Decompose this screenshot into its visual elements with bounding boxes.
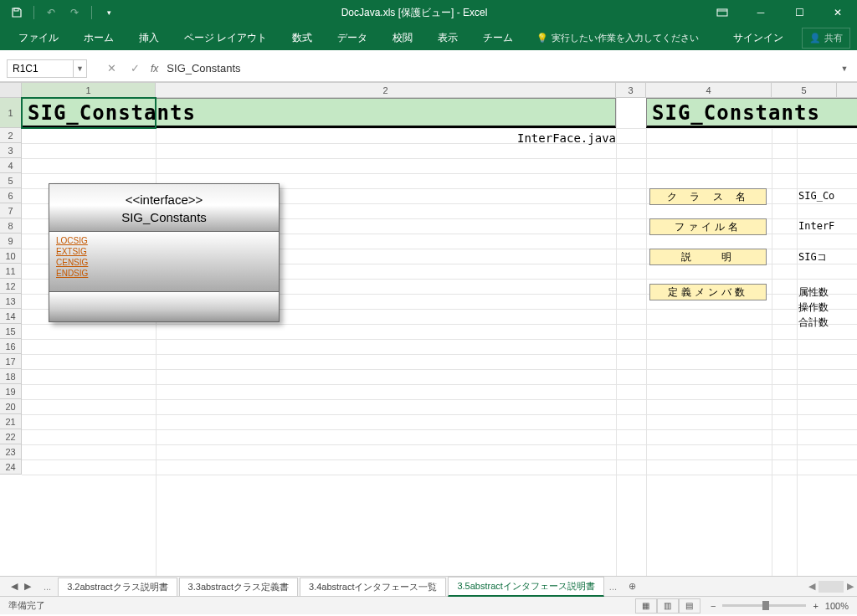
row-header[interactable]: 1 [0, 98, 21, 128]
tab-review[interactable]: 校閲 [381, 26, 424, 50]
col-header[interactable]: 4 [646, 83, 772, 97]
uml-member-link[interactable]: EXTSIG [56, 246, 272, 257]
row-header[interactable]: 12 [0, 279, 21, 294]
uml-member-link[interactable]: CENSIG [56, 257, 272, 268]
tab-home[interactable]: ホーム [72, 26, 126, 50]
col-header[interactable]: 2 [156, 83, 616, 97]
maximize-icon[interactable]: ☐ [780, 0, 819, 25]
uml-member-link[interactable]: ENDSIG [56, 268, 272, 279]
horizontal-scrollbar[interactable]: ◀ ▶ [808, 581, 854, 593]
fx-icon[interactable]: fx [151, 63, 158, 74]
tell-me-search[interactable]: 💡 実行したい作業を入力してください [536, 32, 699, 44]
row-header[interactable]: 15 [0, 324, 21, 339]
share-button[interactable]: 👤 共有 [802, 28, 850, 49]
zoom-level[interactable]: 100% [825, 601, 849, 611]
qat-customize-icon[interactable]: ▾ [99, 3, 119, 23]
row-header[interactable]: 8 [0, 218, 21, 234]
value-filename[interactable]: InterF [798, 220, 834, 232]
row-header[interactable]: 6 [0, 188, 21, 203]
col-header[interactable]: 1 [22, 83, 156, 97]
sheet-tab[interactable]: 3.3abstractクラス定義書 [179, 578, 298, 596]
merged-title-cell[interactable]: SIG_Constants [22, 98, 616, 128]
close-icon[interactable]: ✕ [819, 0, 857, 25]
col-header[interactable]: 3 [616, 83, 646, 97]
tab-view[interactable]: 表示 [426, 26, 470, 50]
formula-input[interactable]: SIG_Constants [158, 62, 837, 74]
zoom-in-icon[interactable]: + [813, 601, 818, 611]
row-header[interactable]: 24 [0, 459, 21, 475]
row-header[interactable]: 23 [0, 444, 21, 459]
accept-formula-icon[interactable]: ✓ [127, 62, 142, 74]
undo-icon[interactable]: ↶ [41, 3, 61, 23]
tab-insert[interactable]: 挿入 [127, 26, 171, 50]
zoom-out-icon[interactable]: − [711, 601, 716, 611]
merged-title-cell-2[interactable]: SIG_Constants [646, 98, 857, 128]
zoom-control: − + 100% [711, 601, 849, 611]
row-header[interactable]: 3 [0, 143, 21, 158]
label-filename[interactable]: ファイル名 [649, 218, 767, 235]
row-header[interactable]: 11 [0, 264, 21, 279]
row-header[interactable]: 17 [0, 354, 21, 369]
row-header[interactable]: 10 [0, 249, 21, 264]
minimize-icon[interactable]: ─ [742, 0, 780, 25]
redo-icon[interactable]: ↷ [64, 3, 85, 23]
ribbon-options-icon[interactable] [703, 0, 742, 25]
row-header[interactable]: 5 [0, 173, 21, 188]
row-header[interactable]: 2 [0, 128, 21, 143]
tab-nav-prev-icon[interactable]: ◀ [8, 581, 20, 592]
person-icon: 👤 [809, 33, 821, 44]
tab-formulas[interactable]: 数式 [280, 26, 324, 50]
tab-nav-next-icon[interactable]: ▶ [22, 581, 33, 592]
value-attr[interactable]: 属性数 [798, 285, 829, 300]
pagebreak-view-icon[interactable]: ▤ [679, 598, 700, 613]
normal-view-icon[interactable]: ▦ [635, 598, 657, 613]
tab-nav-arrows: ◀ ▶ [3, 581, 38, 592]
tabs-ellipsis[interactable]: ... [604, 582, 622, 592]
tab-data[interactable]: データ [326, 26, 379, 50]
page-layout-view-icon[interactable]: ▥ [657, 598, 679, 613]
tabs-ellipsis[interactable]: ... [38, 582, 56, 592]
chevron-down-icon[interactable]: ▼ [73, 60, 86, 77]
row-header[interactable]: 19 [0, 384, 21, 399]
add-sheet-icon[interactable]: ⊕ [622, 578, 643, 594]
formula-expand-icon[interactable]: ▼ [837, 64, 852, 73]
uml-member-link[interactable]: LOCSIG [56, 235, 272, 246]
sheet-tab-bar: ◀ ▶ ... 3.2abstractクラス説明書 3.3abstractクラス… [0, 576, 857, 596]
value-op[interactable]: 操作数 [798, 300, 829, 315]
uml-diagram-shape[interactable]: <<interface>> SIG_Constants LOCSIG EXTSI… [49, 183, 280, 322]
worksheet[interactable]: 1 2 3 4 5 1 2 3 4 5 6 7 8 9 10 11 12 13 … [0, 82, 857, 576]
row-header[interactable]: 16 [0, 339, 21, 354]
cancel-formula-icon[interactable]: ✕ [104, 62, 119, 74]
row-header[interactable]: 7 [0, 203, 21, 218]
tab-file[interactable]: ファイル [7, 26, 70, 50]
row-header[interactable]: 9 [0, 234, 21, 249]
scroll-right-icon[interactable]: ▶ [847, 581, 854, 592]
scroll-left-icon[interactable]: ◀ [808, 581, 815, 592]
name-box[interactable]: R1C1 ▼ [7, 59, 87, 78]
zoom-slider[interactable] [722, 604, 806, 607]
save-icon[interactable] [7, 3, 27, 23]
row-header[interactable]: 22 [0, 429, 21, 444]
row-header[interactable]: 21 [0, 414, 21, 429]
row-header[interactable]: 20 [0, 399, 21, 414]
value-description[interactable]: SIGコ [798, 250, 827, 264]
label-description[interactable]: 説 明 [649, 249, 767, 265]
row-header[interactable]: 18 [0, 369, 21, 384]
cell-grid[interactable]: SIG_Constants SIG_Constants InterFace.ja… [22, 98, 857, 576]
value-classname[interactable]: SIG_Co [798, 190, 834, 202]
value-total[interactable]: 合計数 [798, 316, 829, 330]
tab-team[interactable]: チーム [471, 26, 525, 50]
row-header[interactable]: 14 [0, 309, 21, 324]
label-membercount[interactable]: 定義メンバ数 [649, 284, 767, 300]
row-header[interactable]: 4 [0, 158, 21, 173]
row-header[interactable]: 13 [0, 294, 21, 309]
label-classname[interactable]: ク ラ ス 名 [649, 188, 767, 205]
sheet-tab-active[interactable]: 3.5abstractインタフェース説明書 [448, 577, 603, 597]
subtitle-cell[interactable]: InterFace.java [156, 131, 616, 145]
signin-link[interactable]: サインイン [723, 26, 793, 50]
select-all-corner[interactable] [0, 83, 22, 97]
sheet-tab[interactable]: 3.4abstractインタフェース一覧 [300, 578, 446, 596]
sheet-tab[interactable]: 3.2abstractクラス説明書 [58, 578, 177, 596]
col-header[interactable]: 5 [772, 83, 837, 97]
tab-pagelayout[interactable]: ページ レイアウト [172, 26, 279, 50]
